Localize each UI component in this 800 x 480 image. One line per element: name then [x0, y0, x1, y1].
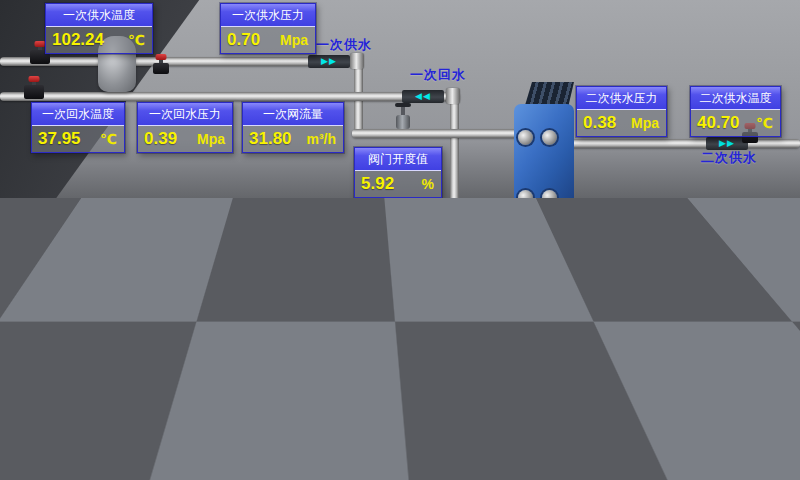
- gauge-title: 一次回水压力: [138, 103, 232, 126]
- gauge-secondary-supply-pressure[interactable]: 二次供水压力 0.38Mpa: [576, 86, 667, 137]
- flange-primary-supply-end: [350, 53, 364, 69]
- gauge-title: 一次网流量: [243, 103, 343, 126]
- gauge-value: 102.24: [52, 30, 104, 50]
- valve-makeup-tee-icon: [544, 290, 560, 301]
- pump-flange: [422, 250, 433, 263]
- gauge-unit: Mpa: [280, 32, 308, 48]
- hx-port: [542, 130, 557, 145]
- gauge-value: 5.92: [361, 174, 394, 194]
- pump-indicator: [249, 391, 258, 408]
- flow-indicator-right-icon: ▶▶: [308, 55, 350, 68]
- pump-volute: [434, 245, 462, 267]
- gauge-title: 二次供水温度: [691, 87, 780, 110]
- pipe-label-secondary-return: 二次回水: [716, 308, 772, 326]
- valve-primary-supply-branch-icon: [153, 63, 169, 74]
- gauge-value: 36.63: [697, 270, 740, 290]
- gauge-unit: m³: [99, 327, 116, 343]
- control-valve-body: [396, 115, 410, 129]
- pump-volute: [499, 245, 527, 267]
- pipe-primary-to-hx: [352, 129, 523, 138]
- gauge-unit: ℃: [100, 131, 117, 147]
- pump-flange: [463, 250, 474, 263]
- pipe-pump-manifold-lower: [424, 276, 550, 285]
- gauge-secondary-supply-temp[interactable]: 二次供水温度 40.70℃: [690, 86, 781, 137]
- pipe-makeup-loop-bottom: [186, 424, 328, 433]
- pipe-makeup-pump1-inlet: [214, 366, 242, 375]
- gauge-unit: Mpa: [197, 131, 225, 147]
- pipe-label-primary-return: 一次回水: [410, 66, 466, 84]
- hx-port: [518, 130, 533, 145]
- pipe-tank-outlet: [136, 330, 458, 339]
- gauge-unit: Hz: [345, 402, 362, 418]
- pipe-makeup-riser: [610, 303, 616, 387]
- gauge-value: 0.38: [583, 113, 616, 133]
- gauge-makeup-pump-frequency[interactable]: 补水泵频率 33.88Hz: [275, 373, 370, 424]
- pump-flange: [487, 250, 498, 263]
- tank-ladder: [134, 266, 160, 374]
- pipe-label-makeup-water: 补水: [577, 399, 605, 417]
- pipe-primary-supply: [0, 57, 355, 66]
- valve-primary-return-icon: [24, 85, 44, 99]
- gauge-unit: %: [422, 176, 434, 192]
- gauge-secondary-return-pressure[interactable]: 二次回水压力 0.27Mpa: [575, 243, 666, 294]
- gauge-secondary-return-temp[interactable]: 二次回水温度 36.63℃: [690, 243, 781, 294]
- control-valve: [394, 103, 412, 131]
- pipe-primary-return: [0, 92, 460, 101]
- pipe-label-secondary-supply: 二次供水: [701, 149, 757, 167]
- gauge-title: 一次供水压力: [221, 4, 315, 27]
- gauge-unit: Mpa: [630, 272, 658, 288]
- pump-indicator: [445, 213, 454, 230]
- flow-indicator-left-icon: ◀◀: [402, 90, 444, 103]
- pump-indicator: [510, 213, 519, 230]
- pump-flange: [240, 363, 251, 376]
- tank-leg: [96, 454, 114, 476]
- flange-primary-return-end: [446, 88, 460, 104]
- gauge-unit: ℃: [756, 115, 773, 131]
- gauge-title: 一次供水温度: [46, 4, 152, 27]
- gauge-value: 0.39: [144, 129, 177, 149]
- gauge-unit: ℃: [128, 32, 145, 48]
- gauge-value: 31.80: [249, 129, 292, 149]
- gauge-value: 33.88: [282, 400, 325, 420]
- gauge-unit: ℃: [756, 272, 773, 288]
- tank-manhole: [76, 350, 130, 404]
- gauge-value: 1.10: [39, 325, 72, 345]
- pump-indicator: [263, 326, 272, 343]
- gauge-unit: Mpa: [631, 115, 659, 131]
- water-tank: [0, 250, 170, 480]
- gauge-title: 一次回水温度: [32, 103, 124, 126]
- gauge-title: 二次回水温度: [691, 244, 780, 267]
- valve-secondary-return-icon: [780, 290, 796, 301]
- gauge-valve-opening[interactable]: 阀门开度值 5.92%: [354, 147, 442, 198]
- circulation-pump-2: [489, 200, 537, 280]
- gauge-title: 二次回水压力: [576, 244, 665, 267]
- pipe-secondary-return-drop: [452, 280, 461, 334]
- circulation-pump-1: [424, 200, 472, 280]
- hmi-heat-exchange-station: ▶▶ ◀◀ ▶▶ ◀◀ ▶▶: [0, 0, 800, 480]
- gauge-primary-flow[interactable]: 一次网流量 31.80m³/h: [242, 102, 344, 153]
- gauge-value: 37.95: [38, 129, 81, 149]
- gauge-title: 二次供水压力: [577, 87, 666, 110]
- gauge-primary-supply-pressure[interactable]: 一次供水压力 0.70Mpa: [220, 3, 316, 54]
- pipe-makeup-water: [146, 388, 604, 397]
- gauge-primary-supply-temp[interactable]: 一次供水温度 102.24℃: [45, 3, 153, 54]
- makeup-pump-2: [228, 378, 276, 458]
- gauge-title: 水箱液位高度: [33, 299, 123, 322]
- flow-indicator-right-icon: ▶▶: [556, 386, 598, 399]
- gauge-unit: m³/h: [306, 131, 336, 147]
- gauge-value: 40.70: [697, 113, 740, 133]
- gauge-value: 0.27: [582, 270, 615, 290]
- pipe-secondary-supply: [566, 139, 800, 148]
- gauge-primary-return-temp[interactable]: 一次回水温度 37.95℃: [31, 102, 125, 153]
- gauge-title: 阀门开度值: [355, 148, 441, 171]
- gauge-tank-level[interactable]: 水箱液位高度 1.10m³: [32, 298, 124, 349]
- tank-manhole: [16, 350, 70, 404]
- pipe-label-primary-supply: 一次供水: [316, 36, 372, 54]
- gauge-value: 0.70: [227, 30, 260, 50]
- gauge-primary-return-pressure[interactable]: 一次回水压力 0.39Mpa: [137, 102, 233, 153]
- flange-makeup-end: [601, 383, 615, 399]
- tank-leg: [18, 454, 36, 476]
- pump-flange: [528, 250, 539, 263]
- gauge-title: 补水泵频率: [276, 374, 369, 397]
- hx-port: [542, 190, 557, 205]
